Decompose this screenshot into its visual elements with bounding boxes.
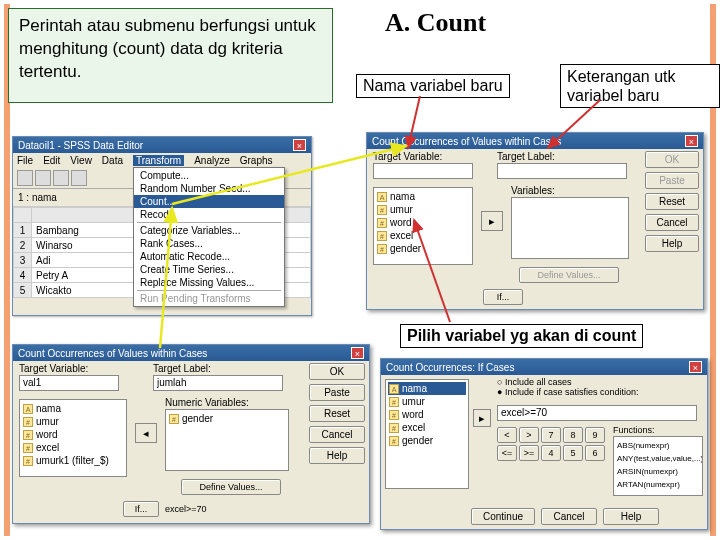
menu-replace-missing[interactable]: Replace Missing Values...	[134, 276, 284, 289]
var-item[interactable]: umurk1 (filter_$)	[36, 454, 109, 467]
vars-list[interactable]: Anama #umur #word #excel #gender	[385, 379, 469, 489]
tb-find-icon[interactable]	[71, 170, 87, 186]
move-right-button[interactable]: ▸	[473, 409, 491, 427]
move-left-button[interactable]: ◂	[135, 423, 157, 443]
transform-dropdown: Compute... Random Number Seed... Count..…	[133, 167, 285, 307]
menu-analyze[interactable]: Analyze	[194, 155, 230, 166]
menu-rank[interactable]: Rank Cases...	[134, 237, 284, 250]
var-icon: A	[23, 404, 33, 414]
kp-gt[interactable]: >	[519, 427, 539, 443]
close-icon[interactable]: ×	[689, 361, 702, 373]
var-item[interactable]: excel	[402, 421, 425, 434]
target-var-input[interactable]: val1	[19, 375, 119, 391]
var-icon: A	[377, 192, 387, 202]
close-icon[interactable]: ×	[351, 347, 364, 359]
reset-button[interactable]: Reset	[645, 193, 699, 210]
var-item[interactable]: gender	[402, 434, 433, 447]
var-item[interactable]: nama	[390, 190, 415, 203]
ok-button[interactable]: OK	[645, 151, 699, 168]
dlg3-title: Count Occurrences: If Cases	[386, 362, 514, 373]
func-item[interactable]: ABS(numexpr)	[616, 439, 700, 452]
var-item[interactable]: umur	[36, 415, 59, 428]
radio-if-condition[interactable]: ● Include if case satisfies condition:	[497, 387, 639, 397]
cancel-button[interactable]: Cancel	[309, 426, 365, 443]
move-right-button[interactable]: ▸	[481, 211, 503, 231]
functions-list[interactable]: ABS(numexpr) ANY(test,value,value,...) A…	[613, 436, 703, 496]
help-button[interactable]: Help	[645, 235, 699, 252]
if-button[interactable]: If...	[123, 501, 159, 517]
close-icon[interactable]: ×	[293, 139, 306, 151]
var-item[interactable]: nama	[36, 402, 61, 415]
func-item[interactable]: ARSIN(numexpr)	[616, 465, 700, 478]
numeric-vars-list[interactable]: #gender	[165, 409, 289, 471]
tb-open-icon[interactable]	[17, 170, 33, 186]
var-icon: A	[389, 384, 399, 394]
tb-save-icon[interactable]	[35, 170, 51, 186]
menu-graphs[interactable]: Graphs	[240, 155, 273, 166]
cancel-button[interactable]: Cancel	[541, 508, 597, 525]
editor-menubar: File Edit View Data Transform Analyze Gr…	[13, 153, 311, 168]
var-item[interactable]: gender	[182, 412, 213, 425]
menu-compute[interactable]: Compute...	[134, 169, 284, 182]
menu-data[interactable]: Data	[102, 155, 123, 166]
close-icon[interactable]: ×	[685, 135, 698, 147]
paste-button[interactable]: Paste	[645, 172, 699, 189]
menu-autorecode[interactable]: Automatic Recode...	[134, 250, 284, 263]
kp-6[interactable]: 6	[585, 445, 605, 461]
continue-button[interactable]: Continue	[471, 508, 535, 525]
editor-titlebar: Dataoil1 - SPSS Data Editor ×	[13, 137, 311, 153]
lbl-target-label: Target Label:	[153, 363, 283, 374]
var-item[interactable]: gender	[390, 242, 421, 255]
kp-4[interactable]: 4	[541, 445, 561, 461]
source-vars-list[interactable]: Anama #umur #word #excel #umurk1 (filter…	[19, 399, 127, 477]
label-ket-var: Keterangan utk variabel baru	[560, 64, 720, 108]
kp-ge[interactable]: >=	[519, 445, 539, 461]
menu-categorize[interactable]: Categorize Variables...	[134, 224, 284, 237]
var-icon: #	[377, 218, 387, 228]
target-label-input[interactable]	[497, 163, 627, 179]
radio-all-cases[interactable]: ○ Include all cases	[497, 377, 639, 387]
func-item[interactable]: CDFNORM(zvalue)	[616, 491, 700, 496]
kp-7[interactable]: 7	[541, 427, 561, 443]
numeric-vars-list[interactable]	[511, 197, 629, 259]
var-item[interactable]: word	[402, 408, 424, 421]
var-item[interactable]: word	[36, 428, 58, 441]
if-button[interactable]: If...	[483, 289, 523, 305]
editor-title: Dataoil1 - SPSS Data Editor	[18, 140, 143, 151]
define-values-button[interactable]: Define Values...	[181, 479, 281, 495]
kp-9[interactable]: 9	[585, 427, 605, 443]
kp-lt[interactable]: <	[497, 427, 517, 443]
menu-count[interactable]: Count...	[134, 195, 284, 208]
condition-input[interactable]: excel>=70	[497, 405, 697, 421]
source-vars-list[interactable]: Anama #umur #word #excel #gender	[373, 187, 473, 265]
cancel-button[interactable]: Cancel	[645, 214, 699, 231]
var-item[interactable]: excel	[36, 441, 59, 454]
var-item[interactable]: excel	[390, 229, 413, 242]
ok-button[interactable]: OK	[309, 363, 365, 380]
menu-view[interactable]: View	[70, 155, 92, 166]
var-icon: #	[389, 436, 399, 446]
var-item[interactable]: umur	[390, 203, 413, 216]
var-item[interactable]: word	[390, 216, 412, 229]
help-button[interactable]: Help	[309, 447, 365, 464]
tb-print-icon[interactable]	[53, 170, 69, 186]
target-label-input[interactable]: jumlah	[153, 375, 283, 391]
menu-transform[interactable]: Transform	[133, 155, 184, 166]
define-values-button[interactable]: Define Values...	[519, 267, 619, 283]
kp-8[interactable]: 8	[563, 427, 583, 443]
var-item[interactable]: nama	[402, 382, 427, 395]
func-item[interactable]: ARTAN(numexpr)	[616, 478, 700, 491]
var-item[interactable]: umur	[402, 395, 425, 408]
menu-edit[interactable]: Edit	[43, 155, 60, 166]
help-button[interactable]: Help	[603, 508, 659, 525]
target-var-input[interactable]	[373, 163, 473, 179]
kp-le[interactable]: <=	[497, 445, 517, 461]
reset-button[interactable]: Reset	[309, 405, 365, 422]
func-item[interactable]: ANY(test,value,value,...)	[616, 452, 700, 465]
menu-timeseries[interactable]: Create Time Series...	[134, 263, 284, 276]
paste-button[interactable]: Paste	[309, 384, 365, 401]
menu-file[interactable]: File	[17, 155, 33, 166]
menu-recode[interactable]: Recode	[134, 208, 284, 221]
menu-random-seed[interactable]: Random Number Seed...	[134, 182, 284, 195]
kp-5[interactable]: 5	[563, 445, 583, 461]
